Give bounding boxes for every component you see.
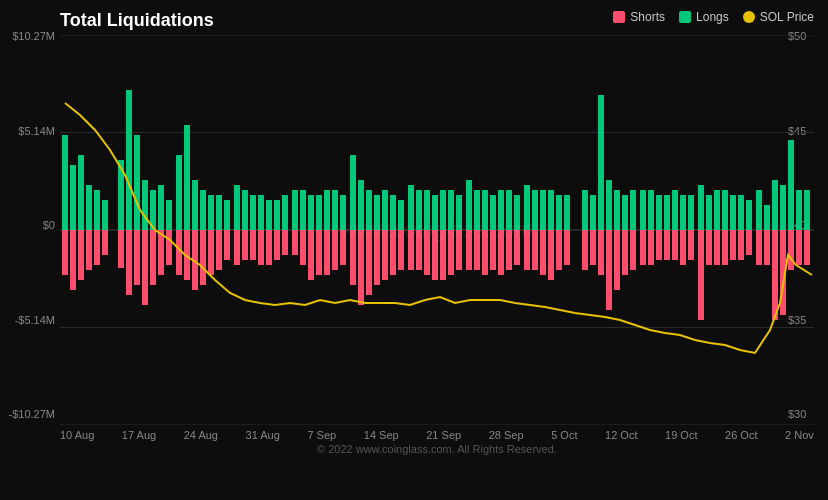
svg-rect-150 bbox=[672, 230, 678, 260]
svg-rect-124 bbox=[556, 230, 562, 270]
svg-rect-159 bbox=[714, 190, 720, 230]
svg-rect-56 bbox=[274, 230, 280, 260]
sol-color-dot bbox=[743, 11, 755, 23]
svg-rect-116 bbox=[524, 230, 530, 270]
svg-rect-130 bbox=[590, 230, 596, 265]
svg-rect-50 bbox=[250, 230, 256, 260]
svg-rect-129 bbox=[590, 195, 596, 230]
svg-rect-115 bbox=[524, 185, 530, 230]
svg-rect-23 bbox=[142, 180, 148, 230]
svg-rect-31 bbox=[176, 155, 182, 230]
svg-rect-119 bbox=[540, 190, 546, 230]
svg-rect-10 bbox=[78, 230, 84, 280]
svg-rect-161 bbox=[722, 190, 728, 230]
svg-rect-57 bbox=[282, 195, 288, 230]
svg-rect-14 bbox=[94, 230, 100, 265]
svg-rect-54 bbox=[266, 230, 272, 265]
svg-rect-177 bbox=[788, 140, 794, 230]
svg-rect-182 bbox=[804, 230, 810, 265]
svg-rect-15 bbox=[102, 200, 108, 230]
svg-rect-149 bbox=[672, 190, 678, 230]
svg-rect-166 bbox=[738, 230, 744, 260]
svg-rect-30 bbox=[166, 230, 172, 265]
svg-rect-11 bbox=[86, 185, 92, 230]
svg-rect-33 bbox=[184, 125, 190, 230]
svg-rect-172 bbox=[764, 230, 770, 265]
longs-color-dot bbox=[679, 11, 691, 23]
svg-rect-91 bbox=[424, 190, 430, 230]
svg-rect-138 bbox=[622, 230, 628, 275]
svg-rect-35 bbox=[192, 180, 198, 230]
svg-rect-118 bbox=[532, 230, 538, 270]
svg-rect-104 bbox=[474, 230, 480, 270]
svg-rect-103 bbox=[474, 190, 480, 230]
svg-rect-53 bbox=[266, 200, 272, 230]
svg-rect-49 bbox=[250, 195, 256, 230]
svg-rect-80 bbox=[374, 230, 380, 285]
svg-rect-24 bbox=[142, 230, 148, 305]
svg-rect-71 bbox=[340, 195, 346, 230]
svg-rect-167 bbox=[746, 200, 752, 230]
svg-rect-114 bbox=[514, 230, 520, 265]
svg-rect-127 bbox=[582, 190, 588, 230]
shorts-color-dot bbox=[613, 11, 625, 23]
svg-rect-93 bbox=[432, 195, 438, 230]
svg-rect-140 bbox=[630, 230, 636, 270]
svg-rect-152 bbox=[680, 230, 686, 265]
footer-copyright: © 2022 www.coinglass.com. All Rights Res… bbox=[60, 443, 814, 455]
svg-rect-38 bbox=[200, 230, 206, 285]
svg-rect-58 bbox=[282, 230, 288, 255]
svg-rect-162 bbox=[722, 230, 728, 265]
svg-rect-112 bbox=[506, 230, 512, 270]
svg-rect-106 bbox=[482, 230, 488, 275]
svg-rect-74 bbox=[350, 230, 356, 285]
svg-rect-132 bbox=[598, 230, 604, 275]
svg-rect-113 bbox=[514, 195, 520, 230]
svg-rect-153 bbox=[688, 195, 694, 230]
svg-rect-96 bbox=[440, 230, 446, 280]
svg-rect-65 bbox=[316, 195, 322, 230]
svg-rect-82 bbox=[382, 230, 388, 280]
svg-rect-173 bbox=[772, 180, 778, 230]
svg-rect-128 bbox=[582, 230, 588, 270]
svg-rect-142 bbox=[640, 230, 646, 265]
svg-rect-40 bbox=[208, 230, 214, 275]
svg-rect-16 bbox=[102, 230, 108, 255]
svg-rect-67 bbox=[324, 190, 330, 230]
svg-rect-168 bbox=[746, 230, 752, 255]
svg-rect-108 bbox=[490, 230, 496, 270]
svg-rect-178 bbox=[788, 230, 794, 270]
svg-rect-155 bbox=[698, 185, 704, 230]
svg-rect-90 bbox=[416, 230, 422, 270]
svg-rect-18 bbox=[118, 230, 124, 268]
x-axis-labels: 10 Aug 17 Aug 24 Aug 31 Aug 7 Sep 14 Sep… bbox=[60, 429, 814, 441]
svg-rect-88 bbox=[408, 230, 414, 270]
svg-rect-76 bbox=[358, 230, 364, 305]
svg-rect-68 bbox=[324, 230, 330, 275]
svg-rect-86 bbox=[398, 230, 404, 270]
svg-rect-179 bbox=[796, 190, 802, 230]
svg-rect-170 bbox=[756, 230, 762, 265]
svg-rect-87 bbox=[408, 185, 414, 230]
svg-rect-26 bbox=[150, 230, 156, 285]
svg-rect-131 bbox=[598, 95, 604, 230]
y-axis-left: $10.27M $5.14M $0 -$5.14M -$10.27M bbox=[0, 30, 55, 420]
svg-rect-12 bbox=[86, 230, 92, 270]
svg-rect-120 bbox=[540, 230, 546, 275]
svg-rect-44 bbox=[224, 230, 230, 260]
svg-rect-171 bbox=[764, 205, 770, 230]
svg-rect-37 bbox=[200, 190, 206, 230]
svg-rect-52 bbox=[258, 230, 264, 265]
svg-rect-79 bbox=[374, 195, 380, 230]
svg-rect-158 bbox=[706, 230, 712, 265]
svg-rect-94 bbox=[432, 230, 438, 280]
svg-rect-175 bbox=[780, 185, 786, 230]
svg-rect-154 bbox=[688, 230, 694, 260]
legend-sol: SOL Price bbox=[743, 10, 814, 24]
svg-rect-148 bbox=[664, 230, 670, 260]
shorts-label: Shorts bbox=[630, 10, 665, 24]
svg-rect-99 bbox=[456, 195, 462, 230]
svg-rect-69 bbox=[332, 190, 338, 230]
svg-rect-169 bbox=[756, 190, 762, 230]
svg-rect-9 bbox=[78, 155, 84, 230]
